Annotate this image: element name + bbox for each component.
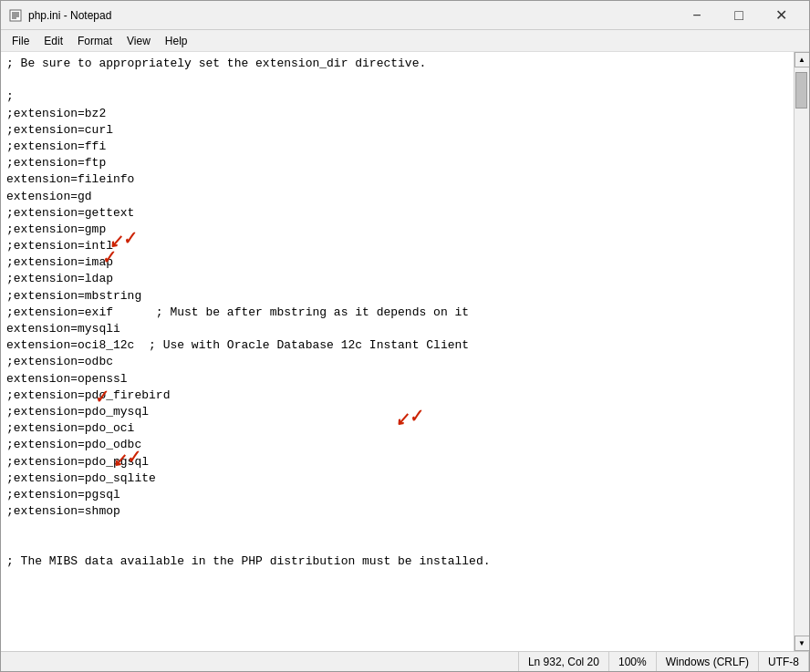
menu-edit[interactable]: Edit bbox=[36, 31, 70, 51]
main-window: php.ini - Notepad − □ ✕ File Edit Format… bbox=[0, 0, 810, 672]
minimize-button[interactable]: − bbox=[676, 1, 718, 30]
svg-rect-0 bbox=[10, 10, 21, 21]
window-controls: − □ ✕ bbox=[676, 1, 802, 30]
editor-wrapper: ; Be sure to appropriately set the exten… bbox=[1, 52, 809, 651]
scroll-down-button[interactable]: ▼ bbox=[794, 636, 810, 651]
menu-bar: File Edit Format View Help bbox=[1, 30, 809, 52]
text-editor[interactable]: ; Be sure to appropriately set the exten… bbox=[1, 52, 794, 651]
close-button[interactable]: ✕ bbox=[760, 1, 802, 30]
vertical-scrollbar: ▲ ▼ bbox=[794, 52, 809, 651]
status-line-ending: Windows (CRLF) bbox=[657, 652, 759, 671]
maximize-button[interactable]: □ bbox=[718, 1, 760, 30]
scroll-up-button[interactable]: ▲ bbox=[794, 52, 810, 67]
status-empty bbox=[1, 652, 519, 671]
menu-file[interactable]: File bbox=[5, 31, 36, 51]
status-encoding: UTF-8 bbox=[759, 652, 809, 671]
menu-format[interactable]: Format bbox=[70, 31, 119, 51]
status-position: Ln 932, Col 20 bbox=[519, 652, 609, 671]
menu-view[interactable]: View bbox=[119, 31, 158, 51]
status-zoom: 100% bbox=[609, 652, 657, 671]
title-bar: php.ini - Notepad − □ ✕ bbox=[1, 1, 809, 30]
scrollbar-thumb[interactable] bbox=[795, 72, 807, 109]
scrollbar-track[interactable] bbox=[794, 67, 809, 636]
status-bar: Ln 932, Col 20 100% Windows (CRLF) UTF-8 bbox=[1, 651, 809, 671]
window-title: php.ini - Notepad bbox=[28, 9, 676, 22]
menu-help[interactable]: Help bbox=[158, 31, 195, 51]
app-icon bbox=[8, 8, 23, 23]
